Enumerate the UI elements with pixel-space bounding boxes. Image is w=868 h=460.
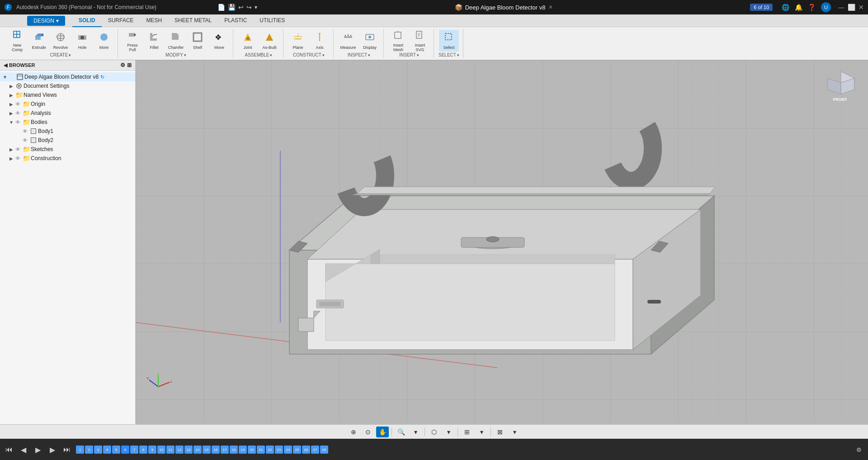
group-construct-label[interactable]: CONSTRUCT ▾ — [293, 52, 325, 57]
btn-new-component[interactable]: New Comp — [7, 30, 27, 52]
btn-measure[interactable]: Measure — [338, 30, 358, 52]
viewport[interactable]: FRONT X Y Z — [136, 60, 868, 424]
timeline-next-btn[interactable]: ▶ — [47, 446, 58, 454]
tree-arrow-root[interactable]: ▼ — [2, 74, 8, 80]
tab-surface[interactable]: SURFACE — [102, 14, 140, 27]
tree-item-sketches[interactable]: ▶ 👁 📁 Sketches — [0, 145, 135, 154]
reload-icon[interactable]: ↻ — [100, 74, 104, 80]
tl-marker-22[interactable]: 22 — [266, 446, 274, 454]
grid-dropdown-btn[interactable]: ▾ — [475, 427, 488, 437]
tl-marker-8[interactable]: 8 — [139, 446, 147, 454]
group-insert-label[interactable]: INSERT ▾ — [399, 52, 419, 57]
viewcube-btn[interactable]: ⊠ — [494, 427, 506, 437]
visibility-sketches[interactable]: 👁 — [14, 146, 21, 152]
user-avatar[interactable]: U — [821, 2, 831, 12]
tl-marker-14[interactable]: 14 — [193, 446, 202, 454]
tl-marker-2[interactable]: 2 — [85, 446, 93, 454]
tree-item-body2[interactable]: 👁 Body2 — [0, 136, 135, 145]
tl-marker-12[interactable]: 12 — [175, 446, 184, 454]
redo-btn[interactable]: ↪ — [246, 4, 252, 11]
tl-marker-4[interactable]: 4 — [103, 446, 111, 454]
group-modify-label[interactable]: MODIFY ▾ — [165, 52, 186, 57]
tl-marker-3[interactable]: 3 — [94, 446, 102, 454]
btn-extrude[interactable]: Extrude — [29, 30, 49, 52]
tree-item-origin[interactable]: ▶ 👁 📁 Origin — [0, 100, 135, 109]
tab-solid[interactable]: SOLID — [72, 14, 102, 27]
browser-collapse-btn[interactable]: ◀ — [4, 62, 7, 68]
tree-item-analysis[interactable]: ▶ 👁 📁 Analysis — [0, 109, 135, 118]
tl-marker-23[interactable]: 23 — [275, 446, 283, 454]
tab-plastic[interactable]: PLASTIC — [218, 14, 253, 27]
tl-marker-21[interactable]: 21 — [257, 446, 265, 454]
look-at-btn[interactable]: ⊙ — [362, 427, 374, 437]
display-mode-btn[interactable]: ⬡ — [428, 427, 440, 437]
btn-insert-mesh[interactable]: Insert Mesh — [388, 30, 408, 52]
btn-display[interactable]: Display — [360, 30, 380, 52]
timeline-play-btn[interactable]: ▶ — [33, 446, 43, 454]
tl-marker-15[interactable]: 15 — [203, 446, 211, 454]
tl-marker-5[interactable]: 5 — [112, 446, 120, 454]
tl-marker-25[interactable]: 25 — [293, 446, 301, 454]
visibility-origin[interactable]: 👁 — [14, 101, 21, 107]
undo-btn[interactable]: ↩ — [238, 4, 244, 11]
btn-joint[interactable]: ⚙ Joint — [238, 30, 258, 52]
visibility-construction[interactable]: 👁 — [14, 155, 21, 161]
more-btn[interactable]: ▾ — [255, 4, 257, 10]
tl-marker-17[interactable]: 17 — [221, 446, 229, 454]
minimize-btn[interactable]: — — [838, 4, 844, 10]
tl-marker-7[interactable]: 7 — [130, 446, 138, 454]
tl-marker-11[interactable]: 11 — [166, 446, 175, 454]
view-cube[interactable]: FRONT — [823, 69, 859, 105]
btn-hole[interactable]: Hole — [72, 30, 92, 52]
btn-insert-svg[interactable]: Insert SVG — [410, 30, 430, 52]
browser-settings-icon[interactable]: ⚙ — [120, 62, 125, 68]
btn-as-built[interactable]: As-Built — [259, 30, 279, 52]
tree-item-bodies[interactable]: ▼ 👁 📁 Bodies — [0, 118, 135, 127]
group-select-label[interactable]: SELECT ▾ — [439, 52, 459, 57]
tl-marker-10[interactable]: 10 — [157, 446, 165, 454]
timeline-last-btn[interactable]: ⏭ — [61, 446, 72, 454]
tree-arrow-sketches[interactable]: ▶ — [8, 146, 14, 152]
online-icon[interactable]: 🌐 — [782, 4, 789, 11]
visibility-analysis[interactable]: 👁 — [14, 110, 21, 116]
tree-arrow-origin[interactable]: ▶ — [8, 101, 14, 107]
tree-item-named-views[interactable]: ▶ 📁 Named Views — [0, 90, 135, 100]
tree-item-body1[interactable]: 👁 Body1 — [0, 127, 135, 136]
new-file-btn[interactable]: 📄 — [217, 4, 225, 11]
zoom-btn[interactable]: 🔍 — [395, 427, 407, 437]
pan-btn[interactable]: ✋ — [376, 427, 389, 437]
group-inspect-label[interactable]: INSPECT ▾ — [348, 52, 370, 57]
tl-marker-28[interactable]: 28 — [320, 446, 328, 454]
tree-arrow-construction[interactable]: ▶ — [8, 155, 14, 161]
tl-marker-9[interactable]: 9 — [148, 446, 156, 454]
close-btn[interactable]: ✕ — [858, 4, 864, 10]
btn-fillet[interactable]: Fillet — [144, 30, 164, 52]
tl-marker-16[interactable]: 16 — [212, 446, 220, 454]
design-dropdown[interactable]: DESIGN ▾ — [27, 16, 65, 26]
save-btn[interactable]: 💾 — [228, 4, 236, 11]
btn-offset-plane[interactable]: Plane — [288, 30, 308, 52]
timeline-settings-btn[interactable]: ⚙ — [854, 446, 864, 453]
tl-marker-6[interactable]: 6 — [121, 446, 129, 454]
btn-shell[interactable]: Shell — [188, 30, 208, 52]
tree-arrow-analysis[interactable]: ▶ — [8, 110, 14, 116]
browser-expand-icon[interactable]: ⊞ — [127, 62, 132, 68]
display-dropdown-btn[interactable]: ▾ — [442, 427, 455, 437]
tl-marker-1[interactable]: 1 — [76, 446, 84, 454]
btn-move[interactable]: ✥ Move — [209, 30, 229, 52]
timeline-first-btn[interactable]: ⏮ — [4, 446, 14, 454]
visibility-bodies[interactable]: 👁 — [14, 119, 21, 125]
tree-item-root[interactable]: ▼ Deep Algae Bloom Detector v8 ↻ — [0, 72, 135, 81]
tl-marker-27[interactable]: 27 — [311, 446, 319, 454]
tl-marker-18[interactable]: 18 — [230, 446, 238, 454]
close-doc-btn[interactable]: ✕ — [548, 4, 553, 10]
group-create-label[interactable]: CREATE ▾ — [50, 52, 71, 57]
notify-icon[interactable]: 🔔 — [795, 4, 802, 11]
tree-arrow-bodies[interactable]: ▼ — [8, 119, 14, 125]
tab-mesh[interactable]: MESH — [140, 14, 168, 27]
tree-arrow-doc-settings[interactable]: ▶ — [8, 83, 14, 89]
timeline-prev-btn[interactable]: ◀ — [18, 446, 29, 454]
btn-chamfer[interactable]: Chamfer — [166, 30, 186, 52]
zoom-dropdown-btn[interactable]: ▾ — [409, 427, 422, 437]
visibility-body2[interactable]: 👁 — [22, 137, 28, 143]
